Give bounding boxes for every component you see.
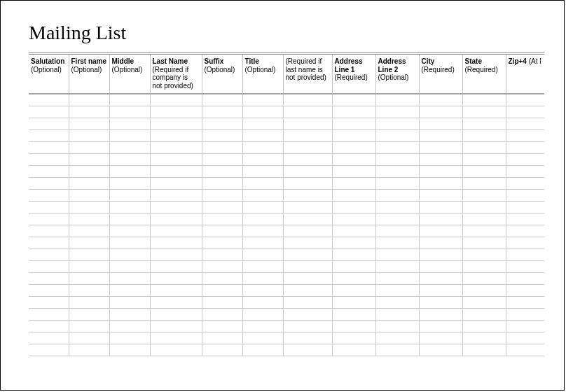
cell[interactable]	[506, 237, 544, 248]
cell[interactable]	[283, 94, 332, 106]
cell[interactable]	[242, 165, 283, 177]
cell[interactable]	[419, 153, 462, 165]
cell[interactable]	[29, 237, 69, 248]
cell[interactable]	[419, 237, 462, 248]
cell[interactable]	[242, 284, 283, 296]
cell[interactable]	[506, 201, 544, 213]
cell[interactable]	[462, 237, 506, 248]
cell[interactable]	[29, 94, 69, 106]
cell[interactable]	[109, 201, 150, 213]
cell[interactable]	[419, 141, 462, 153]
cell[interactable]	[69, 332, 109, 344]
cell[interactable]	[242, 130, 283, 141]
cell[interactable]	[29, 201, 69, 213]
cell[interactable]	[506, 260, 544, 272]
cell[interactable]	[283, 153, 332, 165]
cell[interactable]	[242, 332, 283, 344]
cell[interactable]	[375, 284, 419, 296]
cell[interactable]	[202, 260, 242, 272]
cell[interactable]	[332, 130, 375, 141]
cell[interactable]	[242, 141, 283, 153]
cell[interactable]	[332, 284, 375, 296]
cell[interactable]	[419, 201, 462, 213]
cell[interactable]	[332, 213, 375, 225]
cell[interactable]	[375, 272, 419, 284]
cell[interactable]	[202, 201, 242, 213]
cell[interactable]	[69, 213, 109, 225]
cell[interactable]	[375, 165, 419, 177]
cell[interactable]	[283, 225, 332, 237]
cell[interactable]	[242, 320, 283, 332]
cell[interactable]	[202, 177, 242, 189]
cell[interactable]	[419, 260, 462, 272]
cell[interactable]	[69, 141, 109, 153]
cell[interactable]	[462, 332, 506, 344]
cell[interactable]	[109, 332, 150, 344]
cell[interactable]	[419, 130, 462, 141]
cell[interactable]	[150, 130, 202, 141]
cell[interactable]	[109, 237, 150, 248]
cell[interactable]	[283, 130, 332, 141]
cell[interactable]	[283, 272, 332, 284]
cell[interactable]	[332, 344, 375, 356]
cell[interactable]	[242, 94, 283, 106]
cell[interactable]	[332, 308, 375, 320]
cell[interactable]	[506, 130, 544, 141]
cell[interactable]	[29, 272, 69, 284]
cell[interactable]	[375, 332, 419, 344]
cell[interactable]	[462, 165, 506, 177]
cell[interactable]	[332, 237, 375, 248]
cell[interactable]	[242, 213, 283, 225]
cell[interactable]	[29, 189, 69, 201]
cell[interactable]	[109, 177, 150, 189]
cell[interactable]	[69, 344, 109, 356]
cell[interactable]	[375, 237, 419, 248]
cell[interactable]	[462, 201, 506, 213]
cell[interactable]	[150, 237, 202, 248]
cell[interactable]	[29, 153, 69, 165]
cell[interactable]	[69, 106, 109, 118]
cell[interactable]	[150, 308, 202, 320]
cell[interactable]	[202, 189, 242, 201]
cell[interactable]	[150, 332, 202, 344]
cell[interactable]	[332, 141, 375, 153]
cell[interactable]	[462, 177, 506, 189]
cell[interactable]	[375, 141, 419, 153]
cell[interactable]	[242, 260, 283, 272]
cell[interactable]	[375, 320, 419, 332]
cell[interactable]	[283, 189, 332, 201]
cell[interactable]	[29, 177, 69, 189]
cell[interactable]	[462, 296, 506, 308]
cell[interactable]	[109, 296, 150, 308]
cell[interactable]	[283, 106, 332, 118]
cell[interactable]	[29, 284, 69, 296]
cell[interactable]	[283, 118, 332, 130]
cell[interactable]	[462, 94, 506, 106]
cell[interactable]	[150, 141, 202, 153]
cell[interactable]	[283, 141, 332, 153]
cell[interactable]	[109, 213, 150, 225]
cell[interactable]	[462, 189, 506, 201]
cell[interactable]	[150, 118, 202, 130]
cell[interactable]	[283, 308, 332, 320]
cell[interactable]	[506, 118, 544, 130]
cell[interactable]	[69, 248, 109, 260]
cell[interactable]	[462, 213, 506, 225]
cell[interactable]	[506, 284, 544, 296]
cell[interactable]	[69, 118, 109, 130]
cell[interactable]	[69, 130, 109, 141]
cell[interactable]	[462, 344, 506, 356]
cell[interactable]	[242, 237, 283, 248]
cell[interactable]	[419, 284, 462, 296]
cell[interactable]	[202, 308, 242, 320]
cell[interactable]	[419, 106, 462, 118]
cell[interactable]	[332, 94, 375, 106]
cell[interactable]	[375, 201, 419, 213]
cell[interactable]	[332, 248, 375, 260]
cell[interactable]	[506, 272, 544, 284]
cell[interactable]	[419, 332, 462, 344]
cell[interactable]	[506, 94, 544, 106]
cell[interactable]	[109, 153, 150, 165]
cell[interactable]	[375, 296, 419, 308]
cell[interactable]	[202, 106, 242, 118]
